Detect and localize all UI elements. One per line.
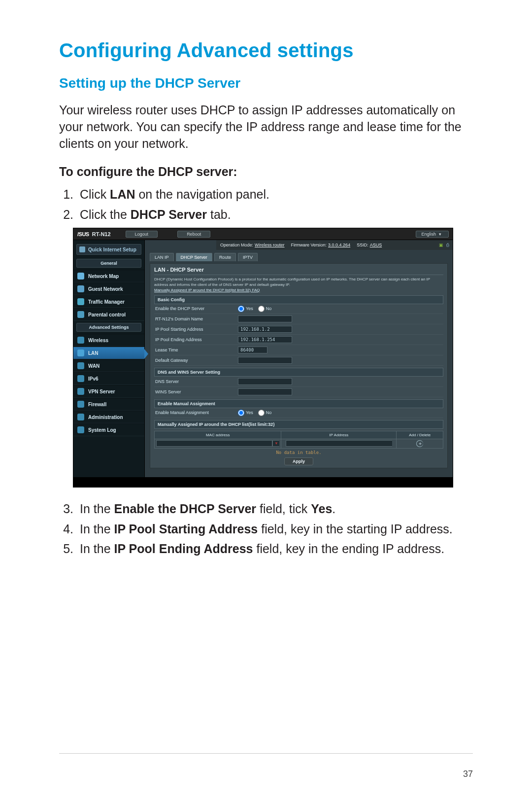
router-status-icon: ▣ xyxy=(439,243,443,247)
section-heading: Setting up the DHCP Server xyxy=(59,75,473,91)
lease-time-input[interactable] xyxy=(238,347,267,353)
step-2: Click the DHCP Server tab. xyxy=(77,206,473,223)
row-manual-enable: Enable Manual Assignment Yes No xyxy=(154,408,443,418)
wireless-icon xyxy=(77,337,84,344)
dns-server-input[interactable] xyxy=(238,378,292,385)
row-enable-dhcp: Enable the DHCP Server Yes No xyxy=(154,304,443,314)
lan-icon xyxy=(77,349,84,356)
main-area: Operation Mode: Wireless router Firmware… xyxy=(145,240,453,477)
system-log-icon xyxy=(77,426,84,433)
ssid-link[interactable]: ASUS xyxy=(370,243,382,247)
sidebar-item-vpn-server[interactable]: VPN Server xyxy=(73,385,144,398)
wan-icon xyxy=(77,362,84,369)
sidebar-qis[interactable]: Quick Internet Setup xyxy=(76,244,141,255)
add-entry-button[interactable]: ＋ xyxy=(416,440,423,447)
ipv6-icon xyxy=(77,375,84,382)
brand-logo: /SUS xyxy=(77,231,89,237)
sidebar-item-lan[interactable]: LAN xyxy=(73,347,144,359)
step-4: In the IP Pool Starting Address field, k… xyxy=(77,521,473,538)
sidebar-item-administration[interactable]: Administration xyxy=(73,411,144,423)
parental-control-icon xyxy=(77,311,84,318)
ip-pool-end-input[interactable] xyxy=(238,336,292,343)
col-action: Add / Delete xyxy=(397,431,443,439)
tab-route[interactable]: Route xyxy=(214,253,236,261)
page-number: 37 xyxy=(463,769,473,779)
step-3: In the Enable the DHCP Server field, tic… xyxy=(77,500,473,518)
tab-iptv[interactable]: IPTV xyxy=(238,253,258,261)
router-screenshot: /SUS RT-N12 Logout Reboot English Quick … xyxy=(73,228,453,488)
network-map-icon xyxy=(77,273,84,279)
mac-dropdown-button[interactable]: ▼ xyxy=(272,440,279,447)
apply-button[interactable]: Apply xyxy=(284,457,313,465)
model-label: RT-N12 xyxy=(92,231,111,237)
router-topbar: /SUS RT-N12 Logout Reboot English xyxy=(73,228,453,240)
sidebar-item-firewall[interactable]: Firewall xyxy=(73,398,144,411)
manual-no[interactable]: No xyxy=(258,410,272,416)
section-basic-config: Basic Config xyxy=(154,295,443,304)
sidebar-item-network-map[interactable]: Network Map xyxy=(73,270,144,282)
row-dns-server: DNS Server xyxy=(154,377,443,387)
enable-dhcp-yes[interactable]: Yes xyxy=(238,306,253,312)
faq-link[interactable]: Manually Assigned IP around the DHCP lis… xyxy=(154,288,260,292)
page-heading: Configuring Advanced settings xyxy=(59,39,473,62)
sidebar-item-ipv6[interactable]: IPv6 xyxy=(73,372,144,385)
dhcp-panel: LAN - DHCP Server DHCP (Dynamic Host Con… xyxy=(150,263,448,468)
reboot-button[interactable]: Reboot xyxy=(177,231,210,238)
sidebar-item-wireless[interactable]: Wireless xyxy=(73,334,144,347)
guest-network-icon xyxy=(77,285,84,292)
manual-yes[interactable]: Yes xyxy=(238,410,253,416)
col-mac: MAC address xyxy=(155,431,281,439)
panel-title: LAN - DHCP Server xyxy=(154,267,443,275)
status-bar: Operation Mode: Wireless router Firmware… xyxy=(216,240,453,250)
tab-dhcp-server[interactable]: DHCP Server xyxy=(176,253,212,261)
section-manual-assignment: Enable Manual Assignment xyxy=(154,399,443,408)
vpn-icon xyxy=(77,388,84,395)
opmode-link[interactable]: Wireless router xyxy=(255,243,285,247)
administration-icon xyxy=(77,414,84,420)
domain-name-input[interactable] xyxy=(238,315,292,322)
row-domain-name: RT-N12's Domain Name xyxy=(154,314,443,324)
row-ip-start: IP Pool Starting Address xyxy=(154,324,443,335)
tabs: LAN IP DHCP Server Route IPTV xyxy=(145,250,453,261)
tab-lan-ip[interactable]: LAN IP xyxy=(150,253,174,261)
usb-status-icon: ⎙ xyxy=(446,243,449,247)
steps-list-top: Click LAN on the navigation panel. Click… xyxy=(59,186,473,223)
ip-input[interactable] xyxy=(286,440,392,447)
sidebar-item-guest-network[interactable]: Guest Network xyxy=(73,282,144,295)
traffic-manager-icon xyxy=(77,298,84,305)
step-5: In the IP Pool Ending Address field, key… xyxy=(77,540,473,558)
col-ip: IP Address xyxy=(281,431,397,439)
intro-paragraph: Your wireless router uses DHCP to assign… xyxy=(59,102,473,152)
mac-input[interactable] xyxy=(156,440,272,447)
sidebar-heading-general: General xyxy=(76,259,141,268)
row-default-gateway: Default Gateway xyxy=(154,355,443,366)
wrench-icon xyxy=(79,246,85,252)
no-data-label: No data in table. xyxy=(154,449,443,456)
firewall-icon xyxy=(77,401,84,408)
row-wins-server: WINS Server xyxy=(154,387,443,397)
enable-dhcp-no[interactable]: No xyxy=(258,306,272,312)
sidebar: Quick Internet Setup General Network Map… xyxy=(73,240,145,477)
row-lease-time: Lease Time xyxy=(154,345,443,355)
firmware-link[interactable]: 3.0.0.4.264 xyxy=(328,243,350,247)
section-manual-list: Manually Assigned IP around the DHCP lis… xyxy=(154,420,443,429)
sidebar-heading-advanced: Advanced Settings xyxy=(76,323,141,332)
sidebar-item-parental-control[interactable]: Parental control xyxy=(73,308,144,321)
sidebar-item-traffic-manager[interactable]: Traffic Manager xyxy=(73,295,144,308)
logout-button[interactable]: Logout xyxy=(126,231,158,238)
ip-pool-start-input[interactable] xyxy=(238,326,292,333)
sidebar-item-wan[interactable]: WAN xyxy=(73,359,144,372)
row-ip-end: IP Pool Ending Address xyxy=(154,335,443,345)
footer-rule xyxy=(59,753,473,754)
manual-ip-table: MAC address IP Address Add / Delete ▼ ＋ xyxy=(154,431,443,449)
default-gateway-input[interactable] xyxy=(238,357,292,364)
panel-description: DHCP (Dynamic Host Configuration Protoco… xyxy=(154,277,443,293)
sidebar-item-system-log[interactable]: System Log xyxy=(73,423,144,436)
steps-title: To configure the DHCP server: xyxy=(59,165,473,179)
step-1: Click LAN on the navigation panel. xyxy=(77,186,473,203)
section-dns-wins: DNS and WINS Server Setting xyxy=(154,368,443,377)
wins-server-input[interactable] xyxy=(238,388,292,395)
language-dropdown[interactable]: English xyxy=(416,231,449,238)
steps-list-bottom: In the Enable the DHCP Server field, tic… xyxy=(59,500,473,558)
